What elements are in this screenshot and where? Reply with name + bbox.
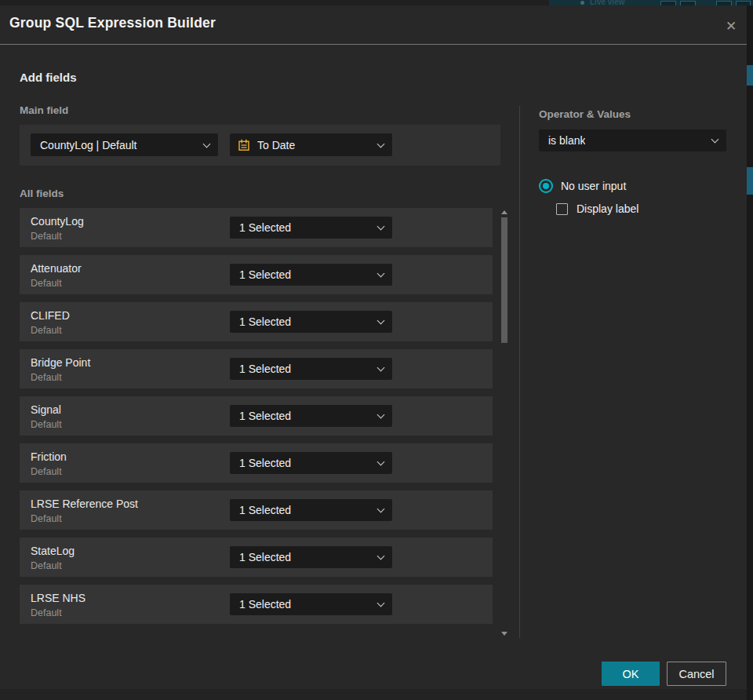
- field-row-bridge-point: Bridge Point Default 1 Selected: [20, 349, 493, 388]
- field-selection-value: 1 Selected: [239, 504, 291, 516]
- panel-divider: [519, 106, 520, 638]
- field-name: Bridge Point: [31, 356, 90, 369]
- field-name: CLIFED: [31, 309, 70, 322]
- chevron-down-icon: [377, 552, 385, 560]
- field-name: CountyLog: [31, 215, 84, 228]
- chevron-down-icon: [377, 270, 385, 278]
- field-row-lrse-reference-post: LRSE Reference Post Default 1 Selected: [20, 490, 493, 530]
- background-app-highlight: [747, 65, 753, 86]
- operator-select-value: is blank: [548, 134, 585, 147]
- background-app-highlight: [747, 167, 753, 195]
- live-view-button[interactable]: Live view: [590, 0, 624, 5]
- field-name: Signal: [31, 403, 61, 416]
- live-view-status-dot-icon: [580, 1, 584, 5]
- chevron-down-icon: [377, 223, 385, 231]
- field-row-countylog: CountyLog Default 1 Selected: [20, 208, 493, 247]
- field-selection-dropdown[interactable]: 1 Selected: [230, 452, 392, 474]
- no-user-input-radio[interactable]: No user input: [539, 179, 626, 193]
- field-type: Default: [31, 466, 62, 477]
- field-type: Default: [31, 278, 62, 289]
- chevron-down-icon: [377, 411, 385, 419]
- field-selection-dropdown[interactable]: 1 Selected: [230, 499, 392, 521]
- main-field-attribute-value: To Date: [257, 139, 295, 151]
- field-row-attenuator: Attenuator Default 1 Selected: [20, 255, 493, 294]
- field-selection-value: 1 Selected: [239, 598, 291, 611]
- field-row-lrse-nhs: LRSE NHS Default 1 Selected: [20, 585, 493, 624]
- field-type: Default: [31, 325, 62, 336]
- field-name: Friction: [31, 450, 67, 463]
- field-selection-dropdown[interactable]: 1 Selected: [230, 311, 392, 333]
- field-selection-value: 1 Selected: [239, 410, 291, 422]
- screen: Live view Group SQL Expression Builder ✕…: [0, 0, 753, 700]
- chevron-down-icon: [377, 458, 385, 466]
- display-label-label: Display label: [577, 202, 638, 215]
- chevron-down-icon: [377, 600, 385, 607]
- field-selection-value: 1 Selected: [239, 457, 291, 469]
- field-name: Attenuator: [31, 262, 82, 275]
- main-field-attribute-select[interactable]: To Date: [230, 133, 392, 156]
- chevron-down-icon: [377, 364, 385, 372]
- all-fields-label: All fields: [20, 188, 64, 199]
- background-app-header-panel: Live view: [549, 0, 753, 5]
- field-type: Default: [31, 419, 62, 430]
- ok-button[interactable]: OK: [602, 662, 660, 686]
- field-selection-value: 1 Selected: [239, 315, 291, 328]
- chevron-down-icon: [203, 140, 211, 148]
- dialog-title: Group SQL Expression Builder: [9, 15, 216, 31]
- chevron-down-icon: [377, 317, 385, 325]
- field-selection-dropdown[interactable]: 1 Selected: [230, 546, 392, 568]
- main-field-panel: CountyLog | Default To Date: [20, 125, 500, 166]
- field-row-signal: Signal Default 1 Selected: [20, 396, 493, 436]
- field-row-clifed: CLIFED Default 1 Selected: [20, 302, 493, 341]
- field-selection-dropdown[interactable]: 1 Selected: [230, 593, 392, 615]
- fields-list-scrollbar[interactable]: [499, 208, 510, 640]
- chevron-down-icon: [377, 505, 385, 513]
- field-selection-value: 1 Selected: [239, 268, 291, 281]
- calendar-icon: [238, 139, 250, 151]
- field-name: LRSE Reference Post: [31, 498, 138, 510]
- main-field-select[interactable]: CountyLog | Default: [31, 133, 218, 156]
- background-app-header: Live view: [0, 0, 753, 5]
- cancel-button[interactable]: Cancel: [667, 662, 726, 686]
- checkbox-unchecked-icon[interactable]: [556, 203, 568, 215]
- field-row-statelog: StateLog Default 1 Selected: [20, 538, 493, 577]
- main-field-label: Main field: [20, 104, 68, 116]
- field-row-friction: Friction Default 1 Selected: [20, 443, 493, 483]
- add-fields-heading: Add fields: [20, 71, 77, 84]
- group-sql-expression-builder-dialog: Group SQL Expression Builder ✕ Add field…: [0, 5, 747, 689]
- field-selection-dropdown[interactable]: 1 Selected: [230, 358, 392, 380]
- field-type: Default: [31, 231, 62, 242]
- field-type: Default: [31, 560, 62, 571]
- operator-values-label: Operator & Values: [539, 108, 631, 120]
- radio-selected-icon[interactable]: [539, 179, 553, 193]
- background-app-edge: [747, 5, 753, 700]
- field-selection-dropdown[interactable]: 1 Selected: [230, 405, 392, 427]
- close-icon[interactable]: ✕: [718, 14, 744, 38]
- field-selection-dropdown[interactable]: 1 Selected: [230, 217, 392, 239]
- field-selection-value: 1 Selected: [239, 221, 291, 234]
- chevron-down-icon: [711, 136, 719, 144]
- display-label-checkbox[interactable]: Display label: [556, 202, 638, 215]
- scroll-down-icon[interactable]: [501, 632, 507, 636]
- field-name: StateLog: [31, 545, 75, 557]
- field-selection-value: 1 Selected: [239, 363, 291, 375]
- main-field-select-value: CountyLog | Default: [40, 139, 137, 151]
- operator-select[interactable]: is blank: [539, 129, 726, 151]
- field-selection-dropdown[interactable]: 1 Selected: [230, 264, 392, 286]
- field-type: Default: [31, 607, 62, 618]
- field-type: Default: [31, 372, 62, 383]
- field-name: LRSE NHS: [31, 592, 85, 604]
- field-type: Default: [31, 513, 62, 524]
- title-divider: [0, 44, 747, 45]
- field-selection-value: 1 Selected: [239, 551, 291, 563]
- scroll-up-icon[interactable]: [501, 210, 507, 214]
- chevron-down-icon: [377, 140, 385, 148]
- scrollbar-thumb[interactable]: [501, 217, 507, 343]
- no-user-input-label: No user input: [561, 180, 626, 192]
- dialog-footer-shade: [0, 689, 747, 700]
